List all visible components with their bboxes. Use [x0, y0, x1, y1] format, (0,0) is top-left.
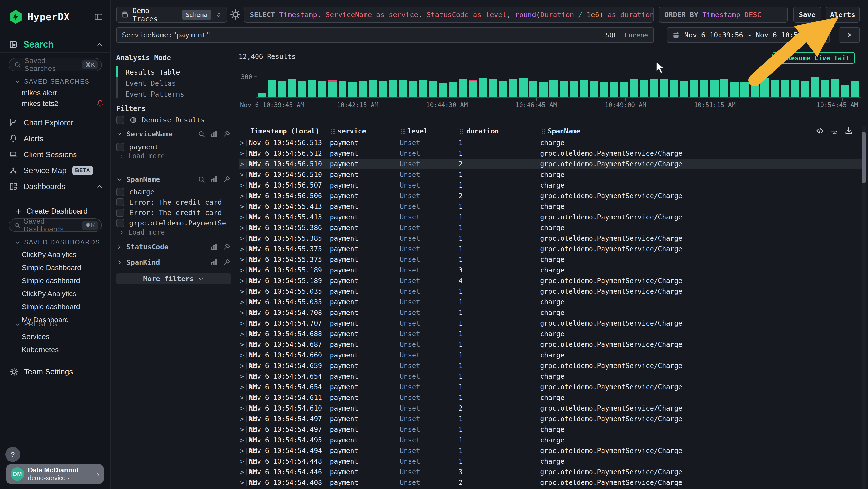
- row-expand-icon[interactable]: >: [240, 169, 246, 180]
- table-row[interactable]: >Nov 6 10:54:55.413 AMpaymentUnset1charg…: [239, 201, 863, 212]
- preset-item[interactable]: Services: [0, 330, 111, 343]
- row-expand-icon[interactable]: >: [240, 148, 246, 159]
- saved-dashboards-input[interactable]: Saved Dashboards ⌘K: [9, 219, 102, 232]
- download-icon[interactable]: [844, 126, 853, 135]
- table-row[interactable]: >Nov 6 10:54:56.513 AMpaymentUnset1charg…: [239, 138, 863, 148]
- row-expand-icon[interactable]: >: [240, 254, 246, 265]
- sidebar-item-dashboards[interactable]: Dashboards: [9, 179, 103, 193]
- histogram-bar[interactable]: [580, 80, 588, 97]
- save-button[interactable]: Save: [793, 7, 821, 23]
- saved-dashboard-item[interactable]: Simple Dashboard: [0, 261, 111, 274]
- histogram-bar[interactable]: [519, 78, 528, 97]
- table-row[interactable]: >Nov 6 10:54:54.494 AMpaymentUnset1grpc.…: [239, 445, 863, 456]
- histogram-bar[interactable]: [700, 80, 708, 97]
- histogram-bar[interactable]: [761, 78, 769, 97]
- histogram-bar[interactable]: [489, 79, 497, 97]
- row-expand-icon[interactable]: >: [240, 339, 246, 350]
- drag-handle-icon[interactable]: [541, 128, 545, 134]
- histogram-bar[interactable]: [790, 80, 799, 97]
- filter-section-spanname[interactable]: SpanName: [116, 175, 230, 183]
- histogram-bar[interactable]: [670, 80, 678, 97]
- sidebar-item-service-map[interactable]: Service Map BETA: [9, 164, 103, 177]
- saved-dashboard-item[interactable]: Simple dashboard: [0, 274, 111, 287]
- histogram-bar[interactable]: [610, 82, 618, 97]
- bar-chart-icon[interactable]: [210, 259, 218, 266]
- histogram-bar[interactable]: [359, 81, 367, 97]
- column-header-spanname[interactable]: SpanName: [541, 125, 863, 137]
- histogram-bars[interactable]: [258, 76, 862, 97]
- pin-icon[interactable]: [223, 175, 230, 183]
- histogram-bar[interactable]: [690, 80, 699, 97]
- column-header-service[interactable]: service: [331, 125, 401, 137]
- scrollbar-thumb[interactable]: [862, 132, 866, 183]
- row-expand-icon[interactable]: >: [240, 435, 246, 445]
- row-expand-icon[interactable]: >: [240, 201, 246, 212]
- column-header-timestamp[interactable]: Timestamp (Local): [250, 125, 331, 137]
- table-row[interactable]: >Nov 6 10:54:55.386 AMpaymentUnset1charg…: [239, 223, 863, 233]
- histogram-bar[interactable]: [730, 82, 739, 97]
- filter-section-servicename[interactable]: ServiceName: [116, 130, 230, 138]
- histogram-bar[interactable]: [569, 81, 578, 97]
- sidebar-item-client-sessions[interactable]: Client Sessions: [9, 148, 103, 161]
- histogram-bar[interactable]: [660, 79, 669, 97]
- create-dashboard-button[interactable]: Create Dashboard: [14, 205, 88, 217]
- row-expand-icon[interactable]: >: [240, 414, 246, 424]
- scrollbar[interactable]: [862, 125, 866, 489]
- histogram-bar[interactable]: [348, 82, 356, 97]
- row-expand-icon[interactable]: >: [240, 393, 246, 403]
- row-expand-icon[interactable]: >: [240, 138, 246, 148]
- pin-icon[interactable]: [223, 243, 230, 251]
- histogram-bar[interactable]: [509, 79, 518, 97]
- table-row[interactable]: >Nov 6 10:54:54.708 AMpaymentUnset1charg…: [239, 308, 863, 318]
- histogram-bar[interactable]: [298, 81, 306, 97]
- pin-icon[interactable]: [223, 259, 230, 266]
- histogram-bar[interactable]: [821, 80, 829, 97]
- bar-chart-icon[interactable]: [210, 175, 218, 183]
- mode-results-table[interactable]: Results Table: [125, 68, 180, 76]
- histogram-bar[interactable]: [378, 81, 387, 97]
- histogram-bar[interactable]: [841, 85, 849, 97]
- column-header-level[interactable]: level: [401, 125, 460, 137]
- results-histogram[interactable]: 300 Nov 6 10:39:45 AM10:42:15 AM10:44:30…: [239, 73, 868, 106]
- spanname-filter-item[interactable]: charge: [116, 188, 155, 196]
- saved-dashboard-item[interactable]: ClickPy Analytics: [0, 287, 111, 300]
- row-expand-icon[interactable]: >: [240, 276, 246, 286]
- histogram-bar[interactable]: [771, 80, 779, 97]
- row-expand-icon[interactable]: >: [240, 212, 246, 223]
- sidebar-item-search[interactable]: Search: [9, 38, 103, 51]
- histogram-bar[interactable]: [499, 81, 507, 97]
- servicename-filter-item[interactable]: payment: [116, 143, 159, 151]
- filter-section-spankind[interactable]: SpanKind: [116, 258, 230, 266]
- table-row[interactable]: >Nov 6 10:54:55.189 AMpaymentUnset3charg…: [239, 265, 863, 276]
- row-expand-icon[interactable]: >: [240, 244, 246, 254]
- table-row[interactable]: >Nov 6 10:54:54.610 AMpaymentUnset2grpc.…: [239, 403, 863, 414]
- row-expand-icon[interactable]: >: [240, 445, 246, 456]
- saved-searches-input[interactable]: Saved Searches ⌘K: [9, 58, 102, 71]
- table-row[interactable]: >Nov 6 10:54:55.375 AMpaymentUnset1charg…: [239, 254, 863, 265]
- checkbox[interactable]: [116, 198, 124, 206]
- row-expand-icon[interactable]: >: [240, 467, 246, 478]
- checkbox[interactable]: [116, 219, 124, 227]
- histogram-bar[interactable]: [369, 80, 377, 97]
- table-row[interactable]: >Nov 6 10:54:54.660 AMpaymentUnset1charg…: [239, 350, 863, 361]
- row-expand-icon[interactable]: >: [240, 297, 246, 308]
- saved-searches-section-label[interactable]: SAVED SEARCHES: [14, 78, 89, 85]
- date-range-picker[interactable]: Nov 6 10:39:56 - Nov 6 10:54:56: [667, 27, 830, 43]
- row-expand-icon[interactable]: >: [240, 403, 246, 414]
- table-row[interactable]: >Nov 6 10:54:54.408 AMpaymentUnset2grpc.…: [239, 478, 863, 488]
- histogram-bar[interactable]: [529, 81, 538, 97]
- row-expand-icon[interactable]: >: [240, 308, 246, 318]
- sidebar-collapse-icon[interactable]: [94, 12, 103, 22]
- chevron-up-icon[interactable]: [96, 41, 103, 48]
- histogram-bar[interactable]: [831, 79, 839, 97]
- saved-dashboard-item[interactable]: ClickPy Analytics: [0, 248, 111, 261]
- table-row[interactable]: >Nov 6 10:54:54.659 AMpaymentUnset1grpc.…: [239, 361, 863, 371]
- source-settings-gear-icon[interactable]: [229, 9, 241, 20]
- histogram-bar[interactable]: [539, 82, 548, 97]
- histogram-bar[interactable]: [258, 93, 266, 97]
- row-expand-icon[interactable]: >: [240, 371, 246, 382]
- row-expand-icon[interactable]: >: [240, 318, 246, 329]
- table-row[interactable]: >Nov 6 10:54:54.654 AMpaymentUnset1charg…: [239, 371, 863, 382]
- wrap-text-icon[interactable]: [830, 126, 839, 135]
- row-expand-icon[interactable]: >: [240, 456, 246, 467]
